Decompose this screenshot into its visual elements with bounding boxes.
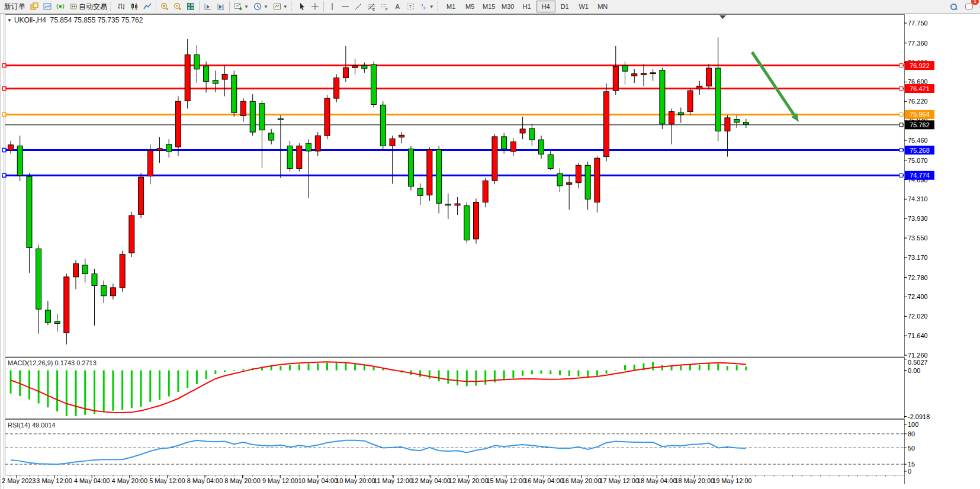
- vertical-line-button[interactable]: [326, 0, 339, 13]
- svg-text:4 May 20:00: 4 May 20:00: [112, 477, 148, 484]
- label-icon: T: [406, 2, 415, 11]
- svg-text:17 May 12:00: 17 May 12:00: [599, 477, 639, 484]
- chart-end-icon: [217, 2, 225, 11]
- main-toolbar: 新订单自动交易▼▼▼EFAT▼M1M5M15M30H1H4D1W1MN1: [0, 0, 980, 14]
- timeframe-button-m1[interactable]: M1: [442, 1, 461, 12]
- zoom-out-button[interactable]: [171, 0, 184, 13]
- svg-text:100: 100: [908, 421, 918, 428]
- horizontal-line-button[interactable]: [339, 0, 352, 13]
- svg-text:F: F: [385, 8, 388, 11]
- search-button[interactable]: [948, 0, 959, 13]
- svg-text:76.922: 76.922: [910, 62, 930, 69]
- svg-text:3 May 12:00: 3 May 12:00: [36, 477, 72, 484]
- quote-values: 75.854 75.855 75.735 75.762: [50, 16, 143, 24]
- svg-text:16 May 20:00: 16 May 20:00: [562, 477, 602, 484]
- timeframe-button-m15[interactable]: M15: [480, 1, 499, 12]
- svg-text:4 May 04:00: 4 May 04:00: [74, 477, 110, 484]
- auto-trading-icon: [69, 2, 78, 11]
- toolbar-separator: [437, 2, 440, 11]
- candle-chart-button[interactable]: [128, 0, 141, 13]
- market-watch-button[interactable]: [54, 0, 67, 13]
- svg-text:74.774: 74.774: [910, 172, 930, 179]
- svg-text:50: 50: [908, 445, 915, 452]
- trendline-icon: [354, 2, 362, 11]
- svg-text:18 May 20:00: 18 May 20:00: [674, 477, 714, 484]
- toolbar-separator: [323, 1, 324, 12]
- svg-text:71.640: 71.640: [908, 332, 928, 339]
- symbol-label: UKOil-,H4: [14, 16, 46, 24]
- svg-text:12 May 20:00: 12 May 20:00: [449, 477, 489, 484]
- profile-icon: [43, 2, 52, 11]
- chart-forward-button[interactable]: [201, 0, 214, 13]
- chevron-down-icon: ▼: [283, 4, 288, 9]
- svg-text:76.471: 76.471: [910, 85, 930, 92]
- vline-icon: [328, 2, 336, 11]
- chart-canvas[interactable]: 77.75077.36076.98076.60076.22075.84075.4…: [0, 14, 980, 489]
- svg-text:9 May 12:00: 9 May 12:00: [262, 477, 298, 484]
- svg-text:-2.0918: -2.0918: [908, 413, 930, 420]
- text-icon: A: [393, 2, 401, 11]
- bar-chart-button[interactable]: [115, 0, 128, 13]
- period-button[interactable]: ▼: [251, 0, 271, 13]
- toolbar-separator: [199, 1, 200, 12]
- svg-text:71.260: 71.260: [908, 352, 928, 359]
- symbol-dropdown-icon[interactable]: ▼: [7, 18, 12, 23]
- svg-text:15: 15: [908, 461, 915, 468]
- fibonacci-button[interactable]: E: [365, 0, 378, 13]
- auto-trading-button[interactable]: 自动交易: [67, 0, 110, 13]
- svg-text:0: 0: [908, 468, 911, 475]
- chevron-down-icon: ▼: [244, 4, 249, 9]
- trendline-button[interactable]: [352, 0, 365, 13]
- zoom-in-button[interactable]: [158, 0, 171, 13]
- cursor-button[interactable]: [295, 0, 309, 13]
- grid-icon: F: [380, 2, 388, 11]
- profile-button[interactable]: [41, 0, 54, 13]
- svg-text:75.762: 75.762: [910, 121, 930, 128]
- mt4-window: 新订单自动交易▼▼▼EFAT▼M1M5M15M30H1H4D1W1MN1 77.…: [0, 0, 980, 489]
- svg-text:73.170: 73.170: [908, 254, 928, 261]
- tile-windows-button[interactable]: [184, 0, 197, 13]
- channels-button[interactable]: F: [378, 0, 391, 13]
- label-button[interactable]: T: [404, 0, 417, 13]
- template-button[interactable]: ▼: [271, 0, 290, 13]
- new-chart-button[interactable]: ▼: [232, 0, 251, 13]
- charts-popup-button[interactable]: [28, 0, 41, 13]
- timeframe-button-h4[interactable]: H4: [536, 1, 555, 12]
- toolbar-separator: [229, 1, 230, 12]
- new-order-button-label: 新订单: [4, 2, 25, 12]
- timeframe-button-m30[interactable]: M30: [499, 1, 518, 12]
- chevron-down-icon: ▼: [264, 4, 268, 9]
- text-button[interactable]: A: [391, 0, 404, 13]
- svg-text:2 May 2023: 2 May 2023: [2, 477, 36, 484]
- svg-text:76.220: 76.220: [908, 98, 928, 105]
- shapes-button[interactable]: ▼: [417, 0, 436, 13]
- timeframe-button-d1[interactable]: D1: [555, 1, 574, 12]
- svg-text:18 May 04:00: 18 May 04:00: [637, 477, 677, 484]
- clock-icon: [253, 2, 262, 11]
- macd-panel-title: MACD(12,26,9) 0.1743 0.2713: [8, 359, 97, 366]
- new-order-button[interactable]: 新订单: [2, 0, 28, 13]
- svg-text:5 May 12:00: 5 May 12:00: [149, 477, 185, 484]
- crosshair-icon: [311, 2, 319, 11]
- rsi-panel-title: RSI(14) 49.0014: [8, 422, 56, 429]
- timeframe-button-h1[interactable]: H1: [518, 1, 536, 12]
- chart-symbol-title[interactable]: ▼UKOil-,H4 75.854 75.855 75.735 75.762: [7, 16, 143, 24]
- crosshair-button[interactable]: [309, 0, 322, 13]
- line-chart-button[interactable]: [141, 0, 154, 13]
- chevron-down-icon: ▼: [429, 4, 434, 9]
- svg-text:72.400: 72.400: [908, 293, 928, 300]
- chart-plot-svg: 77.75077.36076.98076.60076.22075.84075.4…: [0, 14, 980, 489]
- line-chart-icon: [143, 2, 152, 11]
- toolbar-separator: [156, 1, 156, 12]
- notification-count-badge: 1: [971, 0, 979, 5]
- cursor-icon: [298, 2, 306, 11]
- timeframe-button-w1[interactable]: W1: [574, 1, 593, 12]
- timeframe-button-m5[interactable]: M5: [461, 1, 480, 12]
- svg-text:72.780: 72.780: [908, 274, 928, 281]
- chart-end-button[interactable]: [214, 0, 227, 13]
- shapes-icon: [419, 2, 428, 11]
- svg-text:77.360: 77.360: [908, 40, 928, 47]
- notifications-button[interactable]: 1: [963, 0, 976, 13]
- timeframe-button-mn[interactable]: MN: [593, 1, 612, 12]
- svg-text:15 May 12:00: 15 May 12:00: [486, 477, 526, 484]
